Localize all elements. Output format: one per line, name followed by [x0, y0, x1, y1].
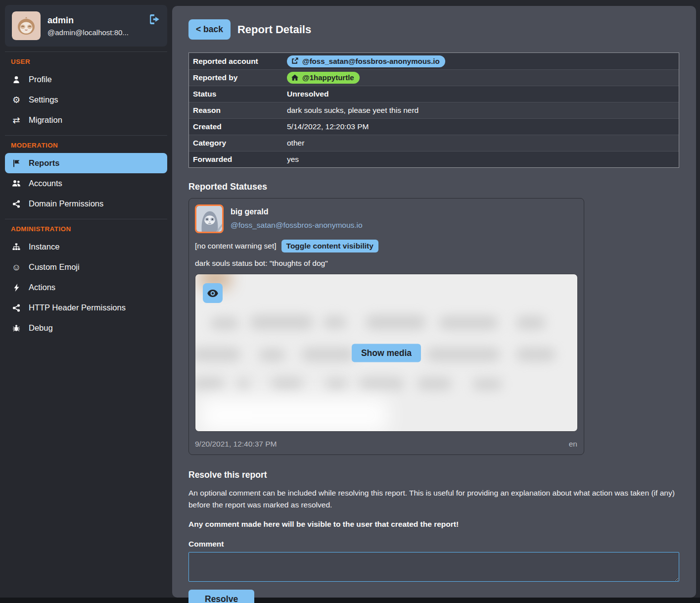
flag-icon [11, 159, 21, 167]
sidebar-item-reports[interactable]: Reports [5, 153, 167, 173]
sidebar-item-label: Reports [29, 158, 59, 168]
reported-status-card: big gerald @foss_satan@fossbros-anonymou… [188, 198, 584, 455]
table-row: Created 5/14/2022, 12:20:03 PM [189, 118, 679, 135]
share-nodes-icon [11, 200, 21, 208]
resolve-warning: Any comment made here will be visible to… [188, 520, 679, 529]
users-icon [11, 180, 21, 187]
divider [5, 219, 167, 219]
sign-out-icon[interactable] [149, 14, 160, 26]
sidebar-item-label: Debug [29, 323, 53, 333]
sidebar-item-label: Instance [29, 242, 59, 251]
section-label-user: USER [11, 58, 161, 65]
sidebar-item-label: Migration [29, 115, 62, 125]
user-handle: @admin@localhost:80... [47, 28, 142, 37]
sidebar-item-custom-emoji[interactable]: ☺ Custom Emoji [5, 257, 167, 277]
divider [5, 135, 167, 136]
table-row: Reported account @foss_satan@fossbros-an… [189, 53, 679, 69]
user-names: admin @admin@localhost:80... [47, 15, 142, 37]
sidebar-item-migration[interactable]: ⇄ Migration [5, 110, 167, 130]
status-username[interactable]: @foss_satan@fossbros-anonymous.io [231, 221, 363, 230]
row-label: Status [189, 90, 287, 99]
sidebar: admin @admin@localhost:80... USER Profil… [0, 0, 172, 598]
forwarded-value: yes [287, 155, 679, 164]
table-row: Forwarded yes [189, 151, 679, 167]
status-media-blurred[interactable]: Show media [195, 274, 578, 432]
status-value: Unresolved [287, 90, 679, 99]
table-row: Reported by @1happyturtle [189, 69, 679, 86]
external-link-icon [291, 57, 298, 64]
sidebar-item-label: Accounts [29, 179, 62, 188]
row-label: Category [189, 139, 287, 148]
content-warning-row: [no content warning set] Toggle content … [195, 240, 577, 252]
reported-statuses-heading: Reported Statuses [188, 182, 679, 192]
user-name: admin [47, 15, 142, 26]
gears-icon: ⚙ [11, 96, 21, 104]
house-icon [291, 74, 298, 81]
panel-header: < back Report Details [188, 19, 679, 40]
sidebar-item-label: HTTP Header Permissions [29, 303, 126, 312]
main-panel: < back Report Details Reported account @… [172, 6, 696, 598]
status-timestamp: 9/20/2021, 12:40:37 PM [195, 440, 277, 449]
sidebar-item-instance[interactable]: Instance [5, 237, 167, 257]
reported-by-pill[interactable]: @1happyturtle [287, 72, 360, 84]
admin-avatar [12, 11, 41, 40]
table-row: Status Unresolved [189, 86, 679, 102]
smiley-icon: ☺ [11, 263, 21, 272]
section-label-moderation: MODERATION [11, 142, 161, 149]
row-label: Forwarded [189, 155, 287, 164]
resolve-description: An optional comment can be included whil… [188, 487, 679, 511]
reason-value: dark souls sucks, please yeet this nerd [287, 106, 679, 115]
sidebar-item-label: Custom Emoji [29, 262, 80, 272]
created-value: 5/14/2022, 12:20:03 PM [287, 122, 679, 131]
row-label: Reason [189, 106, 287, 115]
table-row: Category other [189, 135, 679, 151]
comment-input[interactable] [188, 552, 679, 582]
divider [5, 51, 167, 52]
sidebar-item-debug[interactable]: Debug [5, 318, 167, 338]
resolve-heading: Resolve this report [188, 470, 679, 480]
toggle-content-visibility-button[interactable]: Toggle content visibility [281, 240, 378, 252]
page-title: Report Details [237, 23, 311, 36]
reported-account-handle: @foss_satan@fossbros-anonymous.io [302, 57, 440, 65]
content-warning-text: [no content warning set] [195, 242, 277, 251]
bolt-icon [11, 284, 21, 292]
eye-icon[interactable] [203, 283, 223, 303]
status-footer: 9/20/2021, 12:40:37 PM en [195, 440, 577, 449]
sidebar-item-http-header-permissions[interactable]: HTTP Header Permissions [5, 298, 167, 318]
reported-account-pill[interactable]: @foss_satan@fossbros-anonymous.io [287, 55, 445, 67]
section-label-administration: ADMINISTRATION [11, 225, 161, 233]
user-card[interactable]: admin @admin@localhost:80... [5, 5, 167, 47]
report-details-table: Reported account @foss_satan@fossbros-an… [188, 52, 679, 168]
sidebar-item-label: Settings [29, 95, 58, 104]
row-label: Created [189, 122, 287, 131]
category-value: other [287, 139, 679, 148]
status-display-name: big gerald [231, 207, 363, 216]
back-button[interactable]: < back [188, 19, 231, 40]
person-icon [11, 76, 21, 84]
comment-label: Comment [188, 540, 679, 549]
sidebar-item-settings[interactable]: ⚙ Settings [5, 90, 167, 110]
app-layout: admin @admin@localhost:80... USER Profil… [0, 0, 700, 598]
status-header: big gerald @foss_satan@fossbros-anonymou… [195, 204, 577, 233]
bug-icon [11, 324, 21, 332]
sitemap-icon [11, 243, 21, 251]
sidebar-item-accounts[interactable]: Accounts [5, 173, 167, 194]
share-nodes-icon [11, 304, 21, 312]
show-media-button[interactable]: Show media [352, 344, 421, 362]
sidebar-item-domain-permissions[interactable]: Domain Permissions [5, 194, 167, 214]
resolve-button[interactable]: Resolve [188, 590, 254, 603]
row-label: Reported by [189, 73, 287, 82]
sidebar-item-profile[interactable]: Profile [5, 69, 167, 90]
sidebar-item-label: Actions [29, 283, 55, 292]
row-label: Reported account [189, 57, 287, 66]
status-text: dark souls status bot: "thoughts of dog" [195, 259, 577, 268]
reported-by-handle: @1happyturtle [302, 73, 354, 82]
transfer-arrows-icon: ⇄ [11, 116, 21, 125]
status-avatar [195, 204, 224, 233]
table-row: Reason dark souls sucks, please yeet thi… [189, 102, 679, 118]
sidebar-item-label: Domain Permissions [29, 199, 103, 208]
sidebar-item-actions[interactable]: Actions [5, 277, 167, 298]
sidebar-item-label: Profile [29, 75, 52, 84]
status-language: en [569, 440, 577, 449]
page-footer-strip [0, 598, 700, 603]
